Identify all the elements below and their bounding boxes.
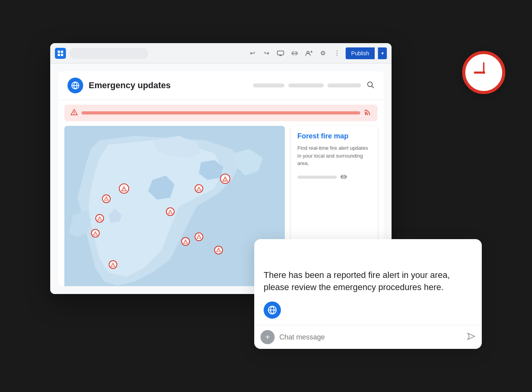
fire-pin-10 <box>109 260 117 269</box>
page-logo <box>67 78 83 93</box>
address-bar[interactable] <box>70 48 148 59</box>
clock-badge <box>462 51 505 94</box>
fire-pin-7 <box>181 237 190 246</box>
search-icon[interactable] <box>366 81 374 91</box>
map-svg <box>64 126 285 286</box>
chat-logo <box>264 301 281 319</box>
svg-point-28 <box>225 180 226 181</box>
alert-triangle-icon <box>71 109 78 117</box>
fire-pin-9 <box>214 246 223 254</box>
publish-dropdown-button[interactable]: ▾ <box>378 47 387 59</box>
svg-rect-4 <box>58 51 60 53</box>
chat-add-button[interactable]: + <box>261 330 275 344</box>
fire-pin-1 <box>102 194 111 203</box>
adduser-button[interactable] <box>303 48 314 59</box>
svg-point-3 <box>483 71 485 74</box>
header-nav <box>253 83 361 87</box>
chat-send-button[interactable] <box>467 332 476 342</box>
toolbar-actions: ↩ ↪ <box>247 47 387 59</box>
chat-input-area: + <box>254 325 482 349</box>
info-card-title: Forest fire map <box>297 132 371 140</box>
page-header: Emergency updates <box>58 71 384 100</box>
fire-pin-5 <box>195 184 203 193</box>
chat-window: There has been a reported fire alert in … <box>254 239 482 349</box>
nav-item-2[interactable] <box>288 83 324 87</box>
svg-rect-6 <box>58 54 60 56</box>
svg-rect-8 <box>277 51 284 55</box>
chat-message-text: There has been a reported fire alert in … <box>264 269 472 294</box>
browser-toolbar: ↩ ↪ <box>50 43 392 64</box>
link-url-bar <box>297 176 337 179</box>
fire-pin-8 <box>195 232 203 241</box>
redo-button[interactable]: ↪ <box>261 48 272 59</box>
nav-item-1[interactable] <box>253 83 284 87</box>
alert-banner <box>64 105 377 121</box>
nav-item-3[interactable] <box>328 83 361 87</box>
fire-pin-4 <box>166 207 175 216</box>
settings-button[interactable]: ⚙ <box>317 48 328 59</box>
undo-button[interactable]: ↩ <box>247 48 258 59</box>
chat-message-area: There has been a reported fire alert in … <box>254 239 482 325</box>
more-button[interactable]: ⋮ <box>332 48 343 59</box>
svg-point-20 <box>365 113 366 115</box>
svg-point-19 <box>74 114 75 114</box>
publish-button[interactable]: Publish <box>346 47 375 59</box>
app-icon <box>55 48 66 59</box>
svg-line-17 <box>372 86 374 88</box>
clock-icon <box>470 59 497 86</box>
fire-pin-2 <box>95 214 104 223</box>
chat-input[interactable] <box>279 333 462 341</box>
alert-progress-bar <box>82 111 360 114</box>
info-card-description: Find real-time fire alert updates in you… <box>297 144 371 167</box>
map-container <box>64 126 285 286</box>
page-title: Emergency updates <box>89 80 248 91</box>
fire-pin-3 <box>91 229 100 238</box>
svg-rect-5 <box>61 51 63 53</box>
svg-rect-7 <box>61 54 63 56</box>
link-button[interactable] <box>289 48 300 59</box>
info-card-link[interactable] <box>297 174 371 181</box>
fire-pin-6 <box>220 174 230 184</box>
monitor-button[interactable] <box>275 48 286 59</box>
fire-pin-11 <box>119 183 129 194</box>
link-icon <box>340 174 348 181</box>
rss-icon <box>364 109 371 117</box>
